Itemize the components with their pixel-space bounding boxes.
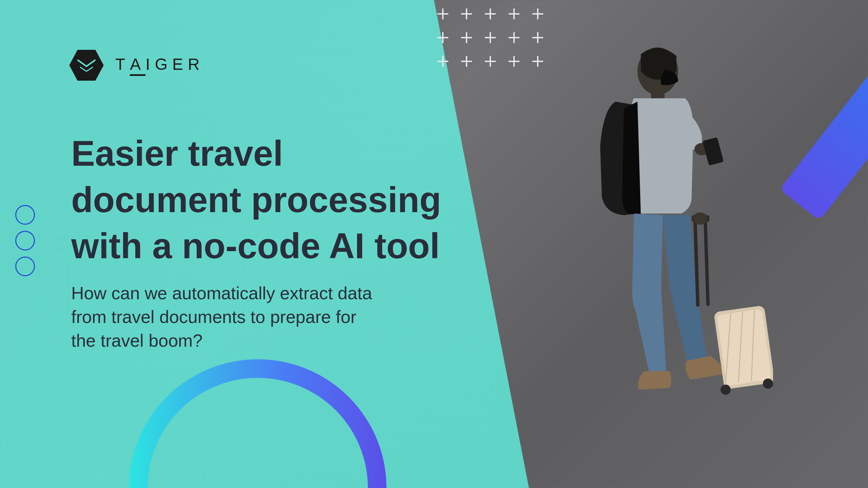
plus-icon	[437, 56, 448, 67]
plus-icon	[461, 56, 472, 67]
svg-point-11	[721, 385, 731, 395]
circle-rings-decoration	[15, 205, 35, 276]
plus-icon	[437, 8, 448, 19]
plus-icon	[485, 32, 496, 43]
svg-marker-13	[69, 50, 103, 81]
plus-icon	[461, 32, 472, 43]
plus-icon	[485, 8, 496, 19]
plus-icon	[509, 56, 519, 67]
svg-point-10	[693, 212, 708, 225]
main-heading: Easier travel document processing with a…	[71, 130, 444, 269]
ring-icon	[15, 205, 35, 225]
plus-pattern-decoration	[437, 8, 543, 67]
plus-icon	[461, 8, 472, 19]
traveler-illustration	[536, 30, 773, 437]
brand-logo: TAIGER	[68, 49, 204, 81]
brand-name: TAIGER	[115, 55, 204, 76]
ring-icon	[15, 257, 35, 276]
sub-heading: How can we automatically extract data fr…	[71, 281, 383, 353]
plus-icon	[437, 32, 448, 43]
plus-icon	[485, 56, 496, 67]
plus-icon	[509, 32, 519, 43]
plus-icon	[532, 8, 543, 19]
logo-hexagon-icon	[68, 49, 105, 81]
svg-point-12	[763, 379, 773, 389]
ring-icon	[15, 231, 35, 250]
plus-icon	[509, 8, 519, 19]
svg-rect-3	[703, 137, 724, 166]
